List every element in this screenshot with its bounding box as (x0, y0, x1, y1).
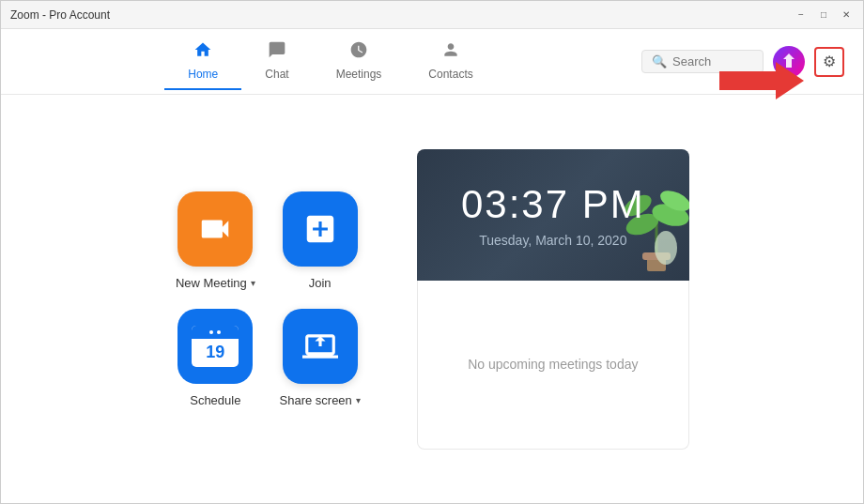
gear-icon: ⚙ (823, 53, 836, 70)
new-meeting-label: New Meeting ▾ (176, 276, 255, 290)
action-grid: New Meeting ▾ Join (175, 191, 361, 407)
window-title: Zoom - Pro Account (10, 8, 794, 22)
title-bar: Zoom - Pro Account − □ ✕ (1, 1, 863, 29)
nav-tabs: Home Chat Meetings (20, 33, 641, 90)
tab-meetings[interactable]: Meetings (313, 33, 406, 90)
red-arrow-annotation (719, 62, 804, 103)
tab-contacts-label: Contacts (428, 68, 472, 81)
no-meetings-area: No upcoming meetings today (417, 281, 689, 450)
share-screen-chevron: ▾ (356, 395, 361, 405)
tab-contacts[interactable]: Contacts (405, 33, 496, 90)
share-screen-action[interactable]: Share screen ▾ (280, 309, 361, 407)
tab-chat-label: Chat (265, 68, 288, 81)
share-screen-label: Share screen ▾ (280, 393, 361, 407)
new-meeting-action[interactable]: New Meeting ▾ (175, 191, 255, 290)
clock-date: Tuesday, March 10, 2020 (479, 233, 626, 248)
restore-button[interactable]: □ (816, 8, 831, 23)
tab-chat[interactable]: Chat (241, 33, 312, 90)
meetings-icon (349, 40, 368, 64)
search-icon: 🔍 (652, 54, 667, 69)
home-icon (193, 40, 212, 64)
join-action[interactable]: Join (280, 191, 361, 290)
tab-meetings-label: Meetings (336, 68, 382, 81)
chat-icon (268, 40, 286, 64)
svg-point-10 (655, 231, 677, 265)
schedule-label: Schedule (190, 393, 240, 407)
join-label: Join (309, 276, 332, 290)
share-screen-button[interactable] (283, 309, 358, 384)
new-meeting-button[interactable] (177, 191, 253, 267)
schedule-button[interactable]: 19 (177, 309, 253, 384)
no-meetings-text: No upcoming meetings today (468, 357, 638, 372)
main-content: New Meeting ▾ Join (1, 95, 863, 503)
settings-button[interactable]: ⚙ (814, 47, 844, 77)
new-meeting-chevron: ▾ (251, 278, 255, 288)
close-button[interactable]: ✕ (839, 8, 854, 23)
minimize-button[interactable]: − (794, 8, 809, 23)
schedule-action[interactable]: 19 Schedule (175, 309, 255, 407)
clock-banner: 03:37 PM Tuesday, March 10, 2020 (417, 149, 689, 281)
clock-time: 03:37 PM (461, 182, 645, 227)
app-window: Zoom - Pro Account − □ ✕ Home (0, 0, 864, 504)
tab-home-label: Home (188, 68, 218, 81)
contacts-icon (441, 40, 460, 64)
window-controls: − □ ✕ (794, 8, 854, 23)
tab-home[interactable]: Home (164, 33, 241, 90)
join-button[interactable] (283, 191, 358, 267)
clock-panel: 03:37 PM Tuesday, March 10, 2020 No upco… (417, 149, 689, 450)
svg-marker-2 (719, 62, 804, 99)
